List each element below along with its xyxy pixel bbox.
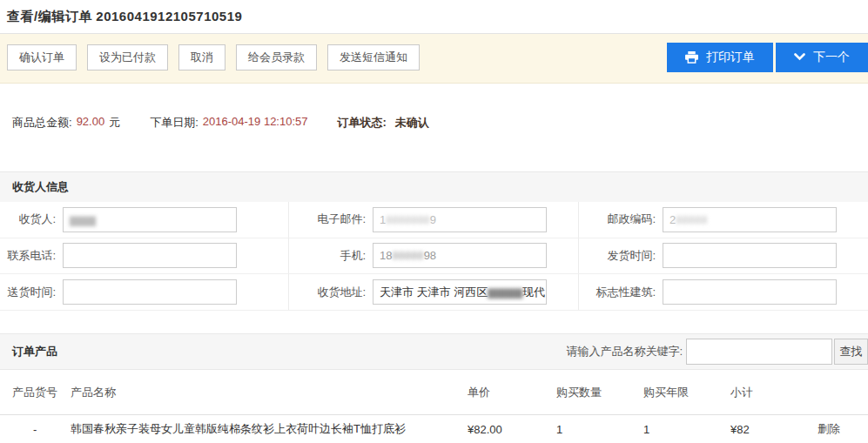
address-field: 收货地址: 天津市 天津市 河西区▆▆▆▆现代	[289, 274, 579, 311]
consignee-section-title: 收货人信息	[12, 179, 69, 195]
order-status-badge: 未确认	[395, 115, 429, 131]
confirm-order-button[interactable]: 确认订单	[7, 44, 77, 70]
ship-time-input[interactable]	[663, 243, 837, 268]
total-amount-unit: 元	[109, 115, 120, 131]
col-header-sku: 产品货号	[12, 385, 71, 400]
set-paid-button[interactable]: 设为已付款	[87, 44, 168, 70]
delete-product-link[interactable]: 删除	[818, 421, 868, 437]
contact-phone-field: 联系电话:	[0, 238, 289, 275]
consignee-input[interactable]: ▆▆▆	[63, 207, 237, 232]
col-header-years: 购买年限	[643, 385, 730, 400]
delivery-time-input[interactable]	[63, 279, 237, 305]
product-sku: -	[12, 423, 71, 436]
redacted-value: 88888	[676, 213, 707, 226]
product-subtotal: ¥82	[730, 423, 818, 436]
order-date-label: 下单日期:	[150, 115, 198, 131]
landmark-field: 标志性建筑:	[579, 274, 868, 311]
printer-icon	[685, 51, 698, 64]
email-label: 电子邮件:	[296, 211, 366, 227]
field-value: 9	[430, 213, 436, 226]
field-value: 2	[670, 213, 676, 226]
postal-code-input[interactable]: 288888	[663, 207, 837, 232]
consignee-section-header: 收货人信息	[0, 171, 868, 202]
next-order-label: 下一个	[813, 50, 850, 65]
address-input[interactable]: 天津市 天津市 河西区▆▆▆▆现代	[373, 279, 547, 305]
form-spacer	[0, 311, 868, 333]
consignee-form: 收货人: ▆▆▆ 电子邮件: 188888889 邮政编码: 288888 联系…	[0, 202, 868, 311]
toolbar-right-group: 打印订单 下一个	[667, 43, 868, 72]
total-amount: 商品总金额: 92.00 元	[12, 115, 120, 131]
redacted-value: ▆▆▆▆	[488, 285, 522, 299]
redacted-value: ▆▆▆	[70, 213, 96, 226]
product-search-input[interactable]	[686, 339, 832, 365]
field-value: 现代	[522, 285, 545, 300]
email-field: 电子邮件: 188888889	[289, 202, 579, 238]
contact-phone-input[interactable]	[63, 243, 237, 268]
delivery-time-field: 送货时间:	[0, 274, 289, 311]
total-amount-value: 92.00	[77, 115, 105, 131]
print-order-button[interactable]: 打印订单	[667, 43, 773, 72]
order-summary: 商品总金额: 92.00 元 下单日期: 2016-04-19 12:10:57…	[0, 84, 868, 171]
print-order-label: 打印订单	[706, 50, 755, 65]
table-row: - 韩国春秋亲子装母女儿童韩版纯棉条纹衫上衣荷叶边长袖T恤打底衫 ¥82.00 …	[0, 415, 868, 443]
page-title: 查看/编辑订单 2016041912105710519	[7, 9, 242, 25]
toolbar-left-group: 确认订单 设为已付款 取消 给会员录款 发送短信通知	[7, 44, 420, 70]
page-header: 查看/编辑订单 2016041912105710519	[0, 0, 868, 34]
send-sms-button[interactable]: 发送短信通知	[327, 44, 420, 70]
total-amount-label: 商品总金额:	[12, 115, 72, 131]
mobile-input[interactable]: 188888898	[373, 243, 547, 268]
field-value: 18	[380, 249, 392, 262]
redacted-value: 8888888	[386, 213, 430, 226]
cancel-button[interactable]: 取消	[178, 44, 225, 70]
redacted-value: 88888	[392, 249, 423, 262]
field-value: 天津市 天津市 河西区	[380, 285, 488, 300]
product-search-button[interactable]: 查找	[834, 339, 868, 365]
order-status: 订单状态: 未确认	[338, 115, 434, 131]
products-section-title: 订单产品	[12, 344, 57, 359]
consignee-label: 收货人:	[7, 211, 56, 227]
mobile-field: 手机: 188888898	[289, 238, 579, 275]
product-years: 1	[643, 423, 730, 436]
product-qty: 1	[556, 423, 643, 436]
postal-code-label: 邮政编码:	[586, 211, 656, 227]
email-input[interactable]: 188888889	[373, 207, 547, 232]
consignee-field: 收货人: ▆▆▆	[0, 202, 289, 238]
postal-code-field: 邮政编码: 288888	[579, 202, 868, 238]
col-header-price: 单价	[468, 385, 556, 400]
ship-time-field: 发货时间:	[579, 238, 868, 275]
field-value: 98	[424, 249, 436, 262]
col-header-name: 产品名称	[71, 385, 468, 400]
ship-time-label: 发货时间:	[586, 248, 656, 264]
mobile-label: 手机:	[296, 248, 366, 264]
col-header-subtotal: 小计	[730, 385, 818, 400]
order-date: 下单日期: 2016-04-19 12:10:57	[150, 115, 307, 131]
delivery-time-label: 送货时间:	[7, 285, 56, 300]
landmark-label: 标志性建筑:	[586, 285, 656, 300]
chevron-down-icon	[794, 53, 805, 61]
product-search: 请输入产品名称关键字: 查找	[566, 339, 868, 365]
order-status-label: 订单状态:	[338, 115, 387, 131]
order-toolbar: 确认订单 设为已付款 取消 给会员录款 发送短信通知 打印订单 下一个	[0, 34, 868, 84]
next-order-button[interactable]: 下一个	[776, 43, 868, 72]
contact-phone-label: 联系电话:	[7, 248, 56, 264]
address-label: 收货地址:	[296, 285, 366, 300]
products-table-header: 产品货号 产品名称 单价 购买数量 购买年限 小计	[0, 370, 868, 415]
product-search-label: 请输入产品名称关键字:	[566, 344, 683, 359]
col-header-qty: 购买数量	[556, 385, 643, 400]
product-price: ¥82.00	[468, 423, 556, 436]
order-date-value: 2016-04-19 12:10:57	[203, 115, 308, 131]
record-payment-button[interactable]: 给会员录款	[236, 44, 317, 70]
landmark-input[interactable]	[663, 279, 837, 305]
products-section-header: 订单产品 请输入产品名称关键字: 查找	[0, 333, 868, 370]
field-value: 1	[380, 213, 386, 226]
product-name: 韩国春秋亲子装母女儿童韩版纯棉条纹衫上衣荷叶边长袖T恤打底衫	[71, 421, 468, 437]
